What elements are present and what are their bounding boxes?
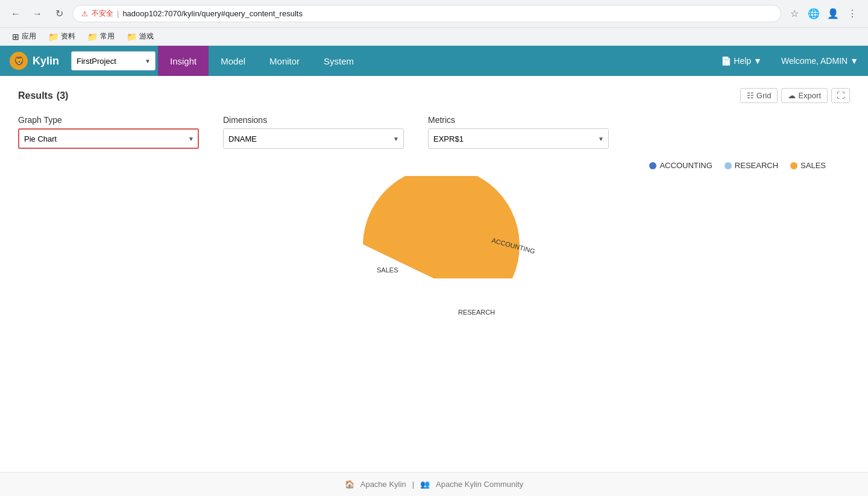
grid-button[interactable]: ☷ Grid [740,88,778,103]
bookmark-common-label: 常用 [100,31,115,42]
project-select-input[interactable]: FirstProject [71,51,156,71]
footer: 🏠 Apache Kylin | 👥 Apache Kylin Communit… [0,472,868,496]
research-label: RESEARCH [458,309,495,316]
legend-item-research: RESEARCH [725,161,778,170]
footer-home-icon: 🏠 [345,480,354,489]
help-chevron-icon: ▼ [753,56,762,66]
bookmarks-bar: ⊞ 应用 📁 资料 📁 常用 📁 游戏 [0,28,868,46]
reload-button[interactable]: ↻ [51,5,68,22]
dimensions-group: Dimensions DNAME [223,115,404,149]
bookmark-common[interactable]: 📁 常用 [83,30,119,43]
nav-insight-label: Insight [170,56,197,66]
nav-monitor-label: Monitor [269,56,300,66]
apache-kylin-link[interactable]: Apache Kylin [360,480,406,489]
help-label: Help [734,56,751,66]
main-content: Results (3) ☷ Grid ☁ Export ⛶ [0,76,868,472]
metrics-select[interactable]: EXPR$1 [428,128,609,149]
sales-label: SALES [377,266,398,274]
form-row: Graph Type Bar Chart Line Chart Pie Char… [18,115,850,149]
metrics-label: Metrics [428,115,609,125]
address-text: hadoop102:7070/kylin/query#query_content… [122,9,303,18]
results-title: Results [18,90,53,101]
graph-type-select[interactable]: Bar Chart Line Chart Pie Chart Scatter C… [18,128,199,149]
expand-icon: ⛶ [837,91,844,100]
address-bar[interactable]: ⚠ 不安全 | hadoop102:7070/kylin/query#query… [72,5,781,22]
bookmark-apps[interactable]: ⊞ 应用 [7,30,41,43]
kylin-brand: 🦁 Kylin [0,46,69,76]
accounting-legend-label: ACCOUNTING [659,161,712,170]
nav-item-monitor[interactable]: Monitor [257,46,312,76]
nav-system-label: System [324,56,354,66]
common-folder-icon: 📁 [87,32,98,42]
metrics-wrapper: EXPR$1 [428,128,609,149]
security-warning-icon: ⚠ [81,10,88,18]
graph-type-group: Graph Type Bar Chart Line Chart Pie Char… [18,115,199,149]
graph-type-wrapper: Bar Chart Line Chart Pie Chart Scatter C… [18,128,199,149]
games-folder-icon: 📁 [127,32,137,42]
metrics-group: Metrics EXPR$1 [428,115,609,149]
browser-actions: ☆ 🌐 👤 ⋮ [786,5,861,22]
help-icon: 📄 [721,56,731,66]
bookmark-button[interactable]: ☆ [786,5,803,22]
bookmark-data[interactable]: 📁 资料 [43,30,80,43]
welcome-button[interactable]: Welcome, ADMIN ▼ [772,56,868,66]
nav-model-label: Model [221,56,245,66]
security-warning-text: 不安全 [92,8,113,19]
legend-item-accounting: ACCOUNTING [649,161,712,170]
chart-area: ACCOUNTING RESEARCH SALES [18,176,850,381]
pie-chart-svg: ACCOUNTING RESEARCH SALES [332,176,536,381]
graph-type-label: Graph Type [18,115,199,125]
kylin-logo: 🦁 [10,52,28,70]
export-button[interactable]: ☁ Export [781,88,828,103]
export-label: Export [798,91,821,100]
menu-button[interactable]: ⋮ [844,5,861,22]
bookmark-apps-label: 应用 [22,31,36,42]
research-legend-label: RESEARCH [735,161,778,170]
sales-slice [363,176,520,278]
profile-button[interactable]: 👤 [825,5,841,22]
nav-right: 📄 Help ▼ Welcome, ADMIN ▼ [711,46,868,76]
results-header: Results (3) ☷ Grid ☁ Export ⛶ [18,88,850,103]
dimensions-wrapper: DNAME [223,128,404,149]
bookmark-games-label: 游戏 [139,31,154,42]
nav-item-model[interactable]: Model [209,46,257,76]
help-button[interactable]: 📄 Help ▼ [711,56,772,66]
expand-button[interactable]: ⛶ [831,88,850,103]
results-count: (3) [57,90,69,101]
grid-label: Grid [756,91,772,100]
project-selector[interactable]: FirstProject [69,46,158,76]
welcome-label: Welcome, ADMIN [781,56,848,66]
apps-icon: ⊞ [12,32,19,42]
back-button[interactable]: ← [7,5,24,22]
dimensions-label: Dimensions [223,115,404,125]
kylin-app: 🦁 Kylin FirstProject Insight Model Monit… [0,46,868,496]
sales-legend-label: SALES [800,161,826,170]
nav-item-system[interactable]: System [312,46,366,76]
welcome-chevron-icon: ▼ [850,56,858,66]
browser-chrome: ← → ↻ ⚠ 不安全 | hadoop102:7070/kylin/query… [0,0,868,28]
grid-icon: ☷ [747,91,754,100]
legend-item-sales: SALES [790,161,826,170]
export-icon: ☁ [788,91,796,100]
topnav: 🦁 Kylin FirstProject Insight Model Monit… [0,46,868,76]
nav-items: Insight Model Monitor System [158,46,711,76]
translate-button[interactable]: 🌐 [805,5,822,22]
address-divider: | [117,9,119,18]
legend: ACCOUNTING RESEARCH SALES [18,161,850,170]
accounting-dot [649,162,656,169]
bookmark-data-label: 资料 [61,31,75,42]
sales-dot [790,162,797,169]
forward-button[interactable]: → [29,5,46,22]
apache-community-link[interactable]: Apache Kylin Community [436,480,523,489]
dimensions-select[interactable]: DNAME [223,128,404,149]
bookmark-games[interactable]: 📁 游戏 [122,30,159,43]
research-dot [725,162,732,169]
kylin-brand-name: Kylin [33,55,59,67]
footer-community-icon: 👥 [420,480,430,489]
results-actions: ☷ Grid ☁ Export ⛶ [740,88,850,103]
footer-separator: | [412,480,414,489]
data-folder-icon: 📁 [48,32,58,42]
nav-item-insight[interactable]: Insight [158,46,209,76]
